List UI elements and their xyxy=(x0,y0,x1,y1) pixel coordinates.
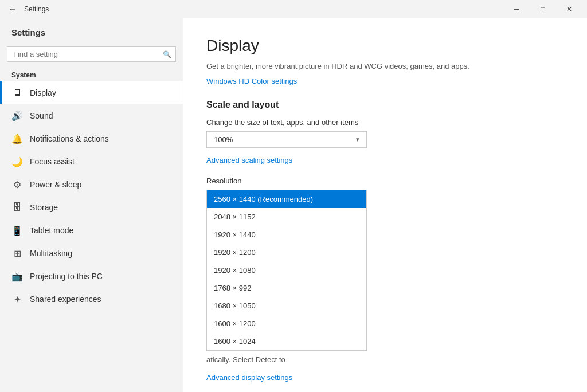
content-area: Display Get a brighter, more vibrant pic… xyxy=(183,18,587,392)
resolution-item-3[interactable]: 1920 × 1200 xyxy=(207,244,366,261)
resolution-dropdown[interactable]: 2560 × 1440 (Recommended)2048 × 11521920… xyxy=(206,190,367,351)
scale-dropdown[interactable]: 100% ▾ xyxy=(206,131,367,148)
scale-field-label: Change the size of text, apps, and other… xyxy=(206,118,564,127)
section-label: System xyxy=(0,69,183,81)
titlebar-title: Settings xyxy=(24,5,503,13)
scale-value: 100% xyxy=(214,135,233,144)
shared-icon: ✦ xyxy=(11,293,23,305)
sidebar-item-multitasking[interactable]: ⊞ Multitasking xyxy=(0,242,183,265)
sidebar-item-sound[interactable]: 🔊 Sound xyxy=(0,104,183,127)
search-icon: 🔍 xyxy=(163,50,171,58)
sidebar-label-storage: Storage xyxy=(30,203,58,212)
resolution-item-6[interactable]: 1680 × 1050 xyxy=(207,297,366,315)
partial-description: atically. Select Detect to xyxy=(206,355,564,364)
multitasking-icon: ⊞ xyxy=(11,248,23,259)
scale-dropdown-wrapper: 100% ▾ xyxy=(206,131,367,148)
resolution-item-5[interactable]: 1768 × 992 xyxy=(207,279,366,297)
sidebar-item-display[interactable]: 🖥 Display xyxy=(0,81,183,104)
sidebar-item-focus[interactable]: 🌙 Focus assist xyxy=(0,150,183,173)
page-description: Get a brighter, more vibrant picture in … xyxy=(206,61,564,72)
sidebar-label-tablet: Tablet mode xyxy=(30,226,73,235)
sidebar-label-sound: Sound xyxy=(30,111,53,120)
search-input[interactable] xyxy=(7,46,176,62)
sidebar-item-shared[interactable]: ✦ Shared experiences xyxy=(0,288,183,311)
titlebar: ← Settings ─ □ ✕ xyxy=(0,0,587,18)
resolution-item-7[interactable]: 1600 × 1200 xyxy=(207,315,366,332)
resolution-item-1[interactable]: 2048 × 1152 xyxy=(207,208,366,226)
advanced-display-link[interactable]: Advanced display settings xyxy=(206,373,292,382)
sidebar-item-power[interactable]: ⚙ Power & sleep xyxy=(0,173,183,196)
sidebar-header: Settings xyxy=(0,18,183,42)
sidebar-label-projecting: Projecting to this PC xyxy=(30,272,103,281)
nav-list: 🖥 Display 🔊 Sound 🔔 Notifications & acti… xyxy=(0,81,183,311)
resolution-item-2[interactable]: 1920 × 1440 xyxy=(207,226,366,244)
sidebar: Settings 🔍 System 🖥 Display 🔊 Sound 🔔 No… xyxy=(0,18,183,392)
display-icon: 🖥 xyxy=(11,87,23,99)
sidebar-label-multitasking: Multitasking xyxy=(30,249,72,258)
storage-icon: 🗄 xyxy=(11,202,23,213)
sidebar-item-projecting[interactable]: 📺 Projecting to this PC xyxy=(0,265,183,288)
tablet-icon: 📱 xyxy=(11,225,23,236)
focus-icon: 🌙 xyxy=(11,156,23,167)
sidebar-item-notifications[interactable]: 🔔 Notifications & actions xyxy=(0,127,183,150)
power-icon: ⚙ xyxy=(11,179,23,190)
back-button[interactable]: ← xyxy=(5,1,21,17)
sidebar-label-notifications: Notifications & actions xyxy=(30,134,109,143)
hdr-link[interactable]: Windows HD Color settings xyxy=(206,77,297,85)
sidebar-label-focus: Focus assist xyxy=(30,157,75,166)
maximize-button[interactable]: □ xyxy=(530,0,556,18)
resolution-item-0[interactable]: 2560 × 1440 (Recommended) xyxy=(207,190,366,208)
notifications-icon: 🔔 xyxy=(11,133,23,144)
minimize-button[interactable]: ─ xyxy=(503,0,530,18)
sidebar-item-storage[interactable]: 🗄 Storage xyxy=(0,196,183,219)
sidebar-item-tablet[interactable]: 📱 Tablet mode xyxy=(0,219,183,242)
resolution-section-title: Resolution xyxy=(206,177,564,185)
dropdown-arrow-icon: ▾ xyxy=(356,136,359,143)
sidebar-label-shared: Shared experiences xyxy=(30,295,101,304)
window-controls: ─ □ ✕ xyxy=(503,0,582,18)
sidebar-label-display: Display xyxy=(30,88,56,97)
page-title: Display xyxy=(206,37,564,55)
app-title: Settings xyxy=(11,28,171,37)
resolution-item-4[interactable]: 1920 × 1080 xyxy=(207,261,366,279)
advanced-display-link-wrapper: Advanced display settings xyxy=(206,372,564,382)
sound-icon: 🔊 xyxy=(11,110,23,121)
resolution-item-8[interactable]: 1600 × 1024 xyxy=(207,332,366,350)
scale-section-title: Scale and layout xyxy=(206,100,564,110)
projecting-icon: 📺 xyxy=(11,271,23,282)
main-layout: Settings 🔍 System 🖥 Display 🔊 Sound 🔔 No… xyxy=(0,18,587,392)
search-box: 🔍 xyxy=(7,46,176,62)
advanced-scaling-link[interactable]: Advanced scaling settings xyxy=(206,156,292,164)
close-button[interactable]: ✕ xyxy=(556,0,582,18)
sidebar-label-power: Power & sleep xyxy=(30,180,81,189)
